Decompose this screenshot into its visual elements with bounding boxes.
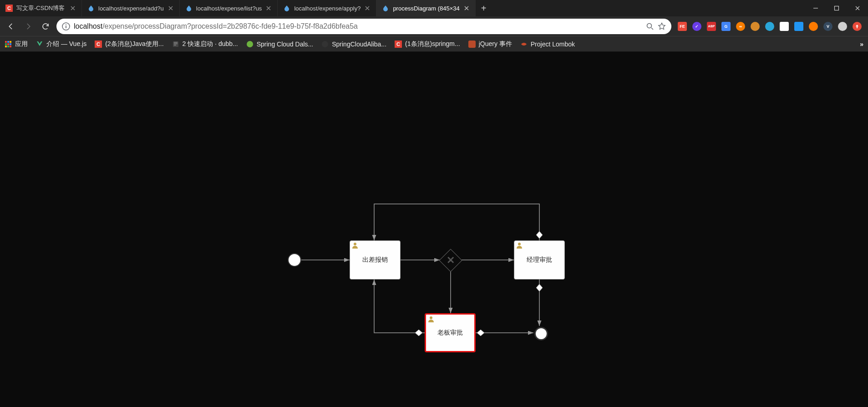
bookmark-overflow-button[interactable]: » (860, 41, 863, 48)
tab-favicon (283, 5, 290, 12)
svg-rect-5 (66, 25, 66, 28)
svg-marker-25 (536, 284, 543, 291)
extension-abp-icon[interactable]: ABP (707, 22, 716, 31)
svg-rect-14 (7, 46, 9, 47)
close-icon[interactable] (364, 5, 371, 11)
bookmark-dubbo[interactable]: 2 快速启动 · dubb... (172, 40, 238, 48)
profile-avatar[interactable] (838, 22, 847, 31)
tab-expense-apply[interactable]: localhost/expense/apply? (278, 0, 376, 16)
bookmark-label: Project Lombok (531, 41, 575, 48)
svg-point-6 (647, 23, 652, 28)
bpmn-task-label: 经理审批 (527, 256, 552, 264)
bpmn-task-boss-approval: 老板审批 (425, 313, 476, 352)
close-icon[interactable] (70, 5, 76, 11)
tab-process-diagram[interactable]: processDiagram (845×34 (376, 0, 475, 16)
svg-text:C: C (96, 41, 100, 47)
url-host: localhost (74, 22, 102, 30)
close-window-button[interactable] (847, 0, 868, 16)
svg-marker-26 (415, 330, 422, 336)
csdn-icon: C (95, 41, 102, 48)
tab-title: localhost/expense/add?u (98, 5, 164, 12)
site-info-icon[interactable] (62, 22, 70, 31)
svg-rect-13 (5, 46, 7, 47)
book-icon (172, 41, 179, 48)
bookmark-lombok[interactable]: Project Lombok (520, 41, 575, 48)
extension-vue-icon[interactable]: V (823, 22, 832, 31)
svg-rect-15 (10, 46, 11, 47)
bpmn-task-manager-approval: 经理审批 (514, 240, 565, 280)
bpmn-end-event (534, 327, 548, 341)
url-text[interactable]: localhost/expense/processDiagram?process… (74, 22, 642, 31)
bookmark-star-icon[interactable] (658, 22, 666, 31)
close-icon[interactable] (168, 5, 174, 11)
bookmark-jquery[interactable]: jQuery 事件 (468, 40, 512, 48)
bookmark-label: Spring Cloud Dals... (257, 41, 314, 48)
user-task-icon (516, 242, 523, 249)
extension-check-icon[interactable]: ✓ (692, 22, 701, 31)
tab-expense-list[interactable]: localhost/expense/list?us (180, 0, 278, 16)
tab-expense-add[interactable]: localhost/expense/add?u (82, 0, 180, 16)
toolbar: localhost/expense/processDiagram?process… (0, 16, 868, 36)
github-icon (321, 41, 329, 48)
forward-button[interactable] (22, 20, 35, 33)
extension-oc-icon[interactable] (809, 22, 818, 31)
bpmn-task-label: 出差报销 (362, 256, 388, 264)
close-icon[interactable] (265, 5, 272, 11)
bookmark-csdn-java[interactable]: C (2条消息)Java使用... (95, 40, 163, 48)
svg-rect-10 (5, 43, 7, 45)
extension-feather-icon[interactable] (765, 22, 774, 31)
maximize-button[interactable] (826, 0, 847, 16)
bookmark-springcloud-alibaba[interactable]: SpringCloudAliba... (321, 41, 386, 48)
svg-point-28 (354, 243, 356, 245)
tab-favicon (382, 5, 389, 12)
extension-translate-icon[interactable]: G (721, 22, 731, 31)
bookmark-label: 2 快速启动 · dubb... (183, 40, 238, 48)
svg-rect-12 (10, 43, 11, 45)
bookmark-apps[interactable]: 应用 (5, 40, 28, 48)
tab-favicon: C (5, 5, 13, 12)
new-tab-button[interactable]: + (476, 0, 492, 16)
gateway-x-icon: ✕ (443, 253, 458, 268)
svg-point-4 (66, 24, 66, 25)
close-icon[interactable] (463, 5, 470, 11)
lombok-icon (520, 41, 528, 48)
svg-rect-9 (10, 41, 11, 43)
svg-marker-27 (477, 330, 484, 336)
bookmark-label: (1条消息)springm... (405, 40, 460, 48)
minimize-button[interactable] (805, 0, 826, 16)
extension-orange-icon[interactable]: ∞ (736, 22, 745, 31)
reload-button[interactable] (39, 20, 52, 33)
svg-text:C: C (7, 5, 11, 11)
tab-csdn[interactable]: C 写文章-CSDN博客 (0, 0, 82, 16)
bookmark-label: 应用 (15, 40, 28, 48)
user-task-icon (428, 316, 434, 322)
bookmark-label: jQuery 事件 (479, 40, 512, 48)
page-content: 出差报销 ✕ 经理审批 老板审批 (0, 52, 868, 407)
back-button[interactable] (5, 20, 17, 33)
bookmark-springmvc[interactable]: C (1条消息)springm... (395, 40, 460, 48)
extension-grid-icon[interactable] (794, 22, 803, 31)
bookmarks-bar: 应用 介绍 — Vue.js C (2条消息)Java使用... 2 快速启动 … (0, 36, 868, 52)
titlebar: C 写文章-CSDN博客 localhost/expense/add?u loc… (0, 0, 868, 16)
url-path: /expense/processDiagram?processId=2b2987… (102, 22, 358, 30)
jquery-icon (468, 41, 476, 48)
extension-fe-icon[interactable]: FE (678, 22, 687, 31)
bookmark-vue[interactable]: 介绍 — Vue.js (36, 40, 86, 48)
svg-rect-7 (5, 41, 7, 43)
tabs-strip: C 写文章-CSDN博客 localhost/expense/add?u loc… (0, 0, 805, 16)
tab-title: localhost/expense/apply? (294, 5, 360, 12)
svg-point-29 (518, 243, 521, 245)
bookmark-springcloud[interactable]: Spring Cloud Dals... (246, 41, 314, 48)
svg-point-30 (430, 316, 432, 319)
spring-icon (246, 41, 254, 48)
csdn-icon: C (395, 41, 402, 48)
address-bar[interactable]: localhost/expense/processDiagram?process… (56, 19, 671, 34)
svg-marker-24 (536, 231, 543, 239)
vue-icon (36, 41, 43, 48)
tab-favicon (87, 5, 95, 12)
zoom-icon[interactable] (646, 22, 654, 31)
extension-icons: FE ✓ ABP G ∞ V (676, 22, 863, 31)
update-badge-icon[interactable] (853, 22, 862, 31)
extension-monkey-icon[interactable] (751, 22, 760, 31)
extension-cn-icon[interactable] (780, 22, 789, 31)
